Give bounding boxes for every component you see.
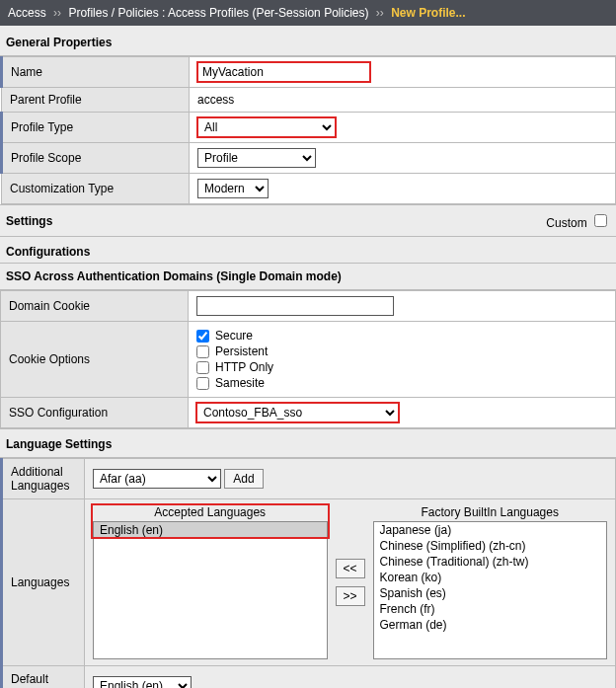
profile-type-select[interactable]: All	[197, 117, 336, 137]
list-item[interactable]: Japanese (ja)	[374, 522, 607, 538]
additional-language-select[interactable]: Afar (aa)	[93, 469, 221, 489]
breadcrumb-sep: ››	[376, 6, 384, 20]
samesite-label: Samesite	[215, 376, 265, 390]
persistent-checkbox[interactable]	[196, 345, 209, 358]
add-language-button[interactable]: Add	[224, 469, 263, 489]
label-default-language: Default Language	[2, 666, 85, 689]
factory-languages-title: Factory BuiltIn Languages	[373, 505, 608, 519]
accepted-languages-list[interactable]: English (en)	[93, 521, 328, 659]
persistent-label: Persistent	[215, 344, 268, 358]
secure-checkbox[interactable]	[196, 330, 209, 343]
breadcrumb-root[interactable]: Access	[8, 6, 46, 20]
list-item[interactable]: Chinese (Traditional) (zh-tw)	[374, 554, 607, 570]
custom-checkbox[interactable]	[594, 214, 607, 227]
section-language-settings: Language Settings	[0, 428, 616, 458]
breadcrumb-current: New Profile...	[391, 6, 465, 20]
list-item[interactable]: Chinese (Simplified) (zh-cn)	[374, 538, 607, 554]
list-item[interactable]: Spanish (es)	[374, 585, 607, 601]
list-item[interactable]: Korean (ko)	[374, 570, 607, 585]
general-properties-table: Name Parent Profile access Profile Type …	[0, 56, 616, 204]
list-item[interactable]: German (de)	[374, 617, 607, 633]
accepted-languages-title: Accepted Languages	[93, 505, 328, 519]
label-parent-profile: Parent Profile	[2, 88, 190, 113]
customization-type-select[interactable]: Modern	[197, 179, 269, 198]
profile-scope-select[interactable]: Profile	[197, 148, 316, 168]
samesite-checkbox[interactable]	[196, 377, 209, 390]
label-sso-configuration: SSO Configuration	[1, 398, 189, 428]
httponly-label: HTTP Only	[215, 360, 273, 374]
language-settings-table: Additional Languages Afar (aa) Add Langu…	[0, 458, 616, 688]
breadcrumb-path[interactable]: Profiles / Policies : Access Profiles (P…	[68, 6, 368, 20]
httponly-checkbox[interactable]	[196, 361, 209, 374]
factory-languages-list[interactable]: Japanese (ja)Chinese (Simplified) (zh-cn…	[373, 521, 608, 659]
sso-configuration-select[interactable]: Contoso_FBA_sso	[196, 403, 399, 422]
list-item[interactable]: French (fr)	[374, 601, 607, 617]
label-profile-type: Profile Type	[2, 113, 190, 143]
move-left-button[interactable]: <<	[336, 559, 365, 578]
label-cookie-options: Cookie Options	[1, 322, 189, 398]
breadcrumb-sep: ››	[53, 6, 61, 20]
secure-label: Secure	[215, 329, 253, 343]
label-customization-type: Customization Type	[2, 174, 190, 204]
label-domain-cookie: Domain Cookie	[1, 291, 189, 322]
section-settings: Settings Custom	[0, 204, 616, 237]
settings-label: Settings	[6, 214, 52, 228]
breadcrumb: Access ›› Profiles / Policies : Access P…	[0, 0, 616, 26]
sso-table: Domain Cookie Cookie Options Secure Pers…	[0, 290, 616, 428]
section-sso-across: SSO Across Authentication Domains (Singl…	[0, 263, 616, 290]
value-parent-profile: access	[190, 88, 616, 113]
label-additional-languages: Additional Languages	[2, 459, 85, 499]
label-profile-scope: Profile Scope	[2, 143, 190, 174]
default-language-select[interactable]: English (en)	[93, 676, 192, 688]
section-configurations: Configurations	[0, 237, 616, 263]
section-general-properties: General Properties	[0, 26, 616, 56]
move-right-button[interactable]: >>	[336, 586, 365, 606]
domain-cookie-input[interactable]	[196, 296, 394, 316]
name-input[interactable]	[197, 62, 370, 82]
custom-label: Custom	[546, 216, 586, 230]
list-item[interactable]: English (en)	[94, 522, 327, 538]
label-name: Name	[2, 57, 190, 88]
label-languages: Languages	[2, 499, 85, 666]
